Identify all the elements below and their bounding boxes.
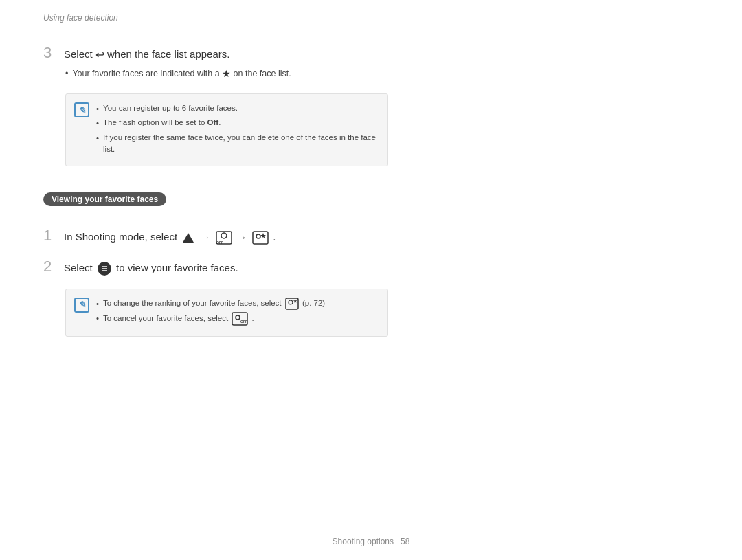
- step2-section: 2 Select to view your favorite faces.: [43, 258, 699, 276]
- step3-line: 3 Select ↩ when the face list appears.: [43, 44, 699, 63]
- step2-number: 2: [43, 258, 57, 276]
- bold-off: Off: [207, 118, 219, 126]
- arrow-1: →: [201, 232, 210, 243]
- step3-bullet1: • Your favorite faces are indicated with…: [65, 67, 699, 81]
- note1-text3: If you register the same face twice, you…: [103, 132, 376, 156]
- step3-bullet1-text: Your favorite faces are indicated with a…: [72, 67, 291, 81]
- step1-text: In Shooting mode, select → OFF →: [64, 227, 276, 245]
- note2-text1: To change the ranking of your favorite f…: [103, 298, 325, 310]
- bullet-dot: •: [65, 67, 68, 80]
- grid-icon: [97, 261, 112, 276]
- svg-marker-0: [183, 233, 194, 243]
- svg-point-5: [256, 234, 260, 238]
- note2-item2: • To cancel your favorite faces, select …: [96, 312, 376, 326]
- note-box-2: ✎ • To change the ranking of your favori…: [65, 289, 388, 337]
- note-bullet-n2-1: •: [96, 298, 99, 310]
- svg-point-15: [236, 315, 240, 320]
- arrow-2: →: [238, 232, 247, 243]
- note2-item1: • To change the ranking of your favorite…: [96, 298, 376, 310]
- step1-line: 1 In Shooting mode, select → OFF →: [43, 227, 699, 245]
- footer-text: Shooting options: [333, 537, 394, 546]
- note-box-1: ✎ • You can register up to 6 favorite fa…: [65, 93, 388, 166]
- face-list-icon: OFF: [216, 231, 232, 245]
- svg-text:OFF: OFF: [216, 240, 223, 245]
- fav-faces-icon: [252, 231, 269, 245]
- note1-item1: • You can register up to 6 favorite face…: [96, 102, 376, 115]
- page-container: Using face detection 3 Select ↩ when the…: [0, 0, 742, 560]
- note-icon-2: ✎: [74, 298, 89, 313]
- step3-text: Select ↩ when the face list appears.: [64, 44, 229, 63]
- step1-section: 1 In Shooting mode, select → OFF →: [43, 227, 699, 245]
- note-bullet: •: [96, 103, 99, 115]
- note1-text1: You can register up to 6 favorite faces.: [103, 102, 238, 114]
- return-icon: ↩: [95, 47, 104, 63]
- step2-text: Select to view your favorite faces.: [64, 258, 238, 276]
- svg-marker-6: [260, 233, 266, 238]
- note1-text2: The flash option will be set to Off.: [103, 117, 221, 128]
- star-icon: ★: [222, 68, 231, 79]
- note-bullet3: •: [96, 133, 99, 144]
- step3-number: 3: [43, 44, 57, 62]
- section-badge-container: Viewing your favorite faces: [43, 186, 699, 217]
- note1-item2: • The flash option will be set to Off.: [96, 117, 376, 129]
- note1-item3: • If you register the same face twice, y…: [96, 132, 376, 156]
- step3-bullets: • Your favorite faces are indicated with…: [65, 67, 699, 81]
- header-title: Using face detection: [43, 13, 118, 23]
- footer-page-number: 58: [401, 537, 409, 546]
- step2-line: 2 Select to view your favorite faces.: [43, 258, 699, 276]
- ranking-icon: [285, 298, 299, 310]
- svg-point-12: [289, 300, 293, 304]
- section-badge: Viewing your favorite faces: [43, 192, 166, 206]
- note2-text2: To cancel your favorite faces, select OF…: [103, 312, 254, 326]
- page-footer: Shooting options 58: [0, 537, 742, 546]
- header-section: Using face detection: [43, 0, 699, 27]
- note-icon-1: ✎: [74, 102, 89, 117]
- svg-point-2: [221, 233, 227, 238]
- note-bullet-n2-2: •: [96, 313, 99, 324]
- step1-number: 1: [43, 227, 57, 245]
- face-off-icon: OFF: [232, 312, 248, 326]
- svg-marker-13: [293, 299, 297, 303]
- svg-text:OFF: OFF: [240, 320, 247, 324]
- step3-section: 3 Select ↩ when the face list appears. •…: [43, 44, 699, 81]
- mountain-icon: [181, 232, 195, 244]
- note-bullet2: •: [96, 117, 99, 129]
